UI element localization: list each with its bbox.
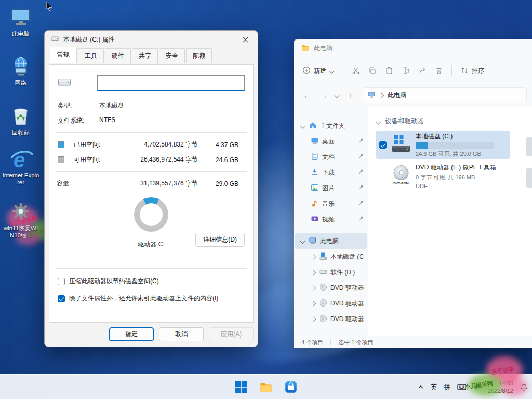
volume-icon[interactable] <box>473 383 481 391</box>
dialog-titlebar[interactable]: 本地磁盘 (C:) 属性 <box>45 31 258 48</box>
sidebar-item-local-disk-c[interactable]: 本地磁盘 (C:) <box>295 249 367 264</box>
paste-button[interactable] <box>385 66 393 75</box>
tab-security[interactable]: 安全 <box>159 48 185 63</box>
chevron-right-icon <box>311 270 316 275</box>
forward-button[interactable]: → <box>316 87 331 103</box>
explorer-status-bar: 4 个项目 选中 1 个项目 <box>294 336 532 348</box>
share-button[interactable] <box>418 66 427 75</box>
tab-general[interactable]: 常规 <box>50 47 77 63</box>
dvd-icon <box>319 283 327 293</box>
desktop-icon-recycle-bin[interactable]: 回收站 <box>1 105 41 136</box>
delete-button[interactable] <box>435 66 443 75</box>
recent-locations-chevron[interactable] <box>332 87 342 103</box>
free-space-swatch <box>58 156 64 163</box>
toolbar-divider <box>343 65 343 76</box>
desktop-icon-this-pc[interactable]: 此电脑 <box>1 6 41 37</box>
sidebar-item-pictures[interactable]: 图片 <box>295 180 367 196</box>
internet-explorer-icon: e <box>9 148 32 169</box>
index-option[interactable]: 除了文件属性外，还允许索引此驱动器上文件的内容(I) <box>49 290 253 307</box>
item-count: 4 个项目 <box>301 339 323 347</box>
capacity-size: 29.0 GB <box>198 180 238 188</box>
drive-letter-label: 驱动器 C: <box>138 240 164 249</box>
sidebar-item-dvd-e[interactable]: DVD 驱动器 (E:) <box>295 280 367 296</box>
chevron-right-icon <box>379 92 384 98</box>
desktop-icon-win11-restore[interactable]: win11恢复WIN10经... <box>1 201 41 240</box>
filesystem-value: NTFS <box>99 116 115 125</box>
compress-checkbox[interactable] <box>58 278 65 285</box>
sidebar-item-desktop[interactable]: 桌面 <box>295 134 367 149</box>
desktop-icon-internet-explorer[interactable]: e Internet Explorer <box>1 148 41 187</box>
tab-quota[interactable]: 配额 <box>186 48 212 63</box>
breadcrumb-root[interactable]: 此电脑 <box>388 91 406 100</box>
drive-usage-bar <box>416 142 494 149</box>
taskbar-clock[interactable]: 14:55 2022/8/12 <box>488 380 513 395</box>
folder-icon <box>260 381 272 393</box>
explorer-window-title: 此电脑 <box>314 44 332 53</box>
desktop-icon-network[interactable]: 网络 <box>1 55 41 86</box>
taskbar-store-button[interactable] <box>281 377 301 397</box>
used-space-bytes: 4,702,584,832 字节 <box>114 140 198 149</box>
breadcrumb[interactable]: 此电脑 <box>363 87 527 103</box>
explorer-content: 设备和驱动器 本地磁盘 (C:) 24.6 GB 可用, 共 29.0 GB D… <box>368 107 532 336</box>
free-space-size: 24.6 GB <box>198 156 238 164</box>
tab-sharing[interactable]: 共享 <box>132 48 158 63</box>
sidebar-item-downloads[interactable]: 下载 <box>295 165 367 180</box>
touch-keyboard-icon[interactable] <box>457 383 466 391</box>
drive-detail: 0 字节 可用, 共 196 MB <box>416 174 496 181</box>
language-indicator-pinyin[interactable]: 拼 <box>444 383 451 392</box>
volume-label-input[interactable] <box>97 75 245 91</box>
new-button[interactable]: 新建 <box>302 66 335 76</box>
drive-icon <box>58 75 71 91</box>
drive-icon <box>319 268 327 277</box>
sidebar-item-music[interactable]: 音乐 <box>295 196 367 211</box>
sidebar-item-dvd-g[interactable]: DVD 驱动器 (G:) <box>295 311 367 327</box>
used-space-label: 已用空间: <box>74 140 114 149</box>
tray-overflow-chevron[interactable] <box>418 384 424 390</box>
dialog-button-row: 确定 取消 应用(A) <box>109 327 254 341</box>
taskbar-tray: 英 拼 14:55 2022/8/12 <box>418 375 528 399</box>
compress-option[interactable]: 压缩此驱动器以节约磁盘空间(C) <box>49 273 253 290</box>
plus-circle-icon <box>302 66 311 76</box>
tab-tools[interactable]: 工具 <box>78 48 104 63</box>
sort-button[interactable]: 排序 <box>460 66 484 76</box>
index-checkbox[interactable] <box>58 295 65 302</box>
devices-and-drives-header[interactable]: 设备和驱动器 <box>376 117 532 126</box>
back-button[interactable]: ← <box>299 87 315 103</box>
notification-bell-icon[interactable] <box>520 383 528 391</box>
free-space-bytes: 26,436,972,544 字节 <box>114 155 198 164</box>
sidebar-item-dvd-f[interactable]: DVD 驱动器 (F:) <box>295 296 367 311</box>
tab-hardware[interactable]: 硬件 <box>105 48 131 63</box>
chevron-down-icon <box>329 68 335 73</box>
sidebar-item-home[interactable]: 主文件夹 <box>295 118 367 134</box>
sidebar-item-drive-d[interactable]: 软件 (D:) <box>295 264 367 280</box>
start-button[interactable] <box>231 377 251 397</box>
up-button[interactable]: ↑ <box>343 87 358 103</box>
sidebar-item-this-pc[interactable]: 此电脑 <box>295 233 367 249</box>
close-button[interactable] <box>234 32 257 47</box>
details-button[interactable]: 详细信息(D) <box>195 233 245 247</box>
ok-button[interactable]: 确定 <box>109 327 154 341</box>
sidebar-item-videos[interactable]: 视频 <box>295 211 367 227</box>
taskbar-file-explorer-button[interactable] <box>256 377 276 397</box>
clipped-drive-tile <box>526 168 532 188</box>
sort-icon <box>460 66 469 76</box>
cut-button[interactable] <box>352 66 360 75</box>
sidebar-item-documents[interactable]: 文档 <box>295 149 367 165</box>
svg-text:DVD-ROM: DVD-ROM <box>393 181 409 185</box>
usage-chart-block: 驱动器 C: 详细信息(D) <box>49 195 253 264</box>
pin-icon <box>358 184 364 192</box>
language-indicator-en[interactable]: 英 <box>431 383 437 392</box>
capacity-bytes: 31,139,557,376 字节 <box>114 179 198 188</box>
dvd-icon: DVD-ROM <box>391 165 411 188</box>
dvd-icon <box>319 299 327 309</box>
item-checkbox[interactable] <box>379 141 387 149</box>
explorer-command-bar: 新建 排序 <box>294 58 532 84</box>
copy-button[interactable] <box>368 66 377 75</box>
free-space-label: 可用空间: <box>74 155 114 164</box>
drive-tile-e[interactable]: DVD-ROM DVD 驱动器 (E:) 微PE工具箱 0 字节 可用, 共 1… <box>376 162 510 190</box>
drive-tile-c[interactable]: 本地磁盘 (C:) 24.6 GB 可用, 共 29.0 GB <box>376 131 510 159</box>
rename-button[interactable] <box>402 66 410 75</box>
cancel-button[interactable]: 取消 <box>159 327 204 341</box>
explorer-titlebar[interactable]: 此电脑 <box>294 39 532 58</box>
type-value: 本地磁盘 <box>99 101 124 110</box>
